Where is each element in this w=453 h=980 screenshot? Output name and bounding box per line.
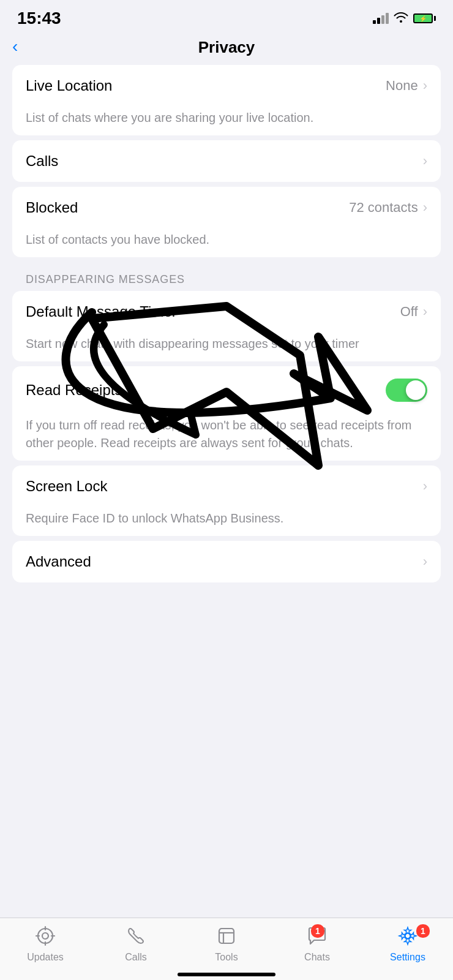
read-receipts-toggle[interactable] (386, 379, 427, 402)
advanced-section: Advanced › (12, 541, 441, 582)
live-location-value: None (386, 78, 418, 94)
default-timer-row[interactable]: Default Message Timer Off › (12, 291, 441, 333)
svg-rect-7 (219, 929, 234, 943)
wifi-icon (394, 12, 408, 26)
read-receipts-section: Read Receipts If you turn off read recei… (12, 366, 441, 461)
live-location-row[interactable]: Live Location None › (12, 65, 441, 107)
tab-tools-label: Tools (215, 952, 238, 963)
default-timer-section: Default Message Timer Off › Start new ch… (12, 291, 441, 361)
read-receipts-row[interactable]: Read Receipts (12, 366, 441, 414)
live-location-helper: List of chats where you are sharing your… (12, 107, 441, 135)
blocked-section: Blocked 72 contacts › List of contacts y… (12, 187, 441, 257)
settings-content: Live Location None › List of chats where… (0, 65, 453, 661)
back-button[interactable]: ‹ (12, 39, 18, 55)
default-timer-label: Default Message Timer (26, 303, 177, 320)
calls-chevron-icon: › (423, 153, 427, 169)
default-timer-value: Off (400, 304, 418, 320)
calls-section: Calls › (12, 140, 441, 182)
settings-icon (397, 925, 418, 949)
toggle-thumb (406, 380, 425, 400)
tab-settings-label: Settings (390, 952, 425, 963)
advanced-chevron-icon: › (423, 554, 427, 570)
svg-point-1 (38, 929, 53, 943)
blocked-helper: List of contacts you have blocked. (12, 228, 441, 257)
toggle-track (386, 379, 427, 402)
advanced-row[interactable]: Advanced › (12, 541, 441, 582)
live-location-chevron-icon: › (423, 78, 427, 94)
tab-chats[interactable]: Chats 1 (272, 925, 362, 963)
page-title: Privacy (198, 38, 255, 57)
read-receipts-label: Read Receipts (26, 382, 122, 399)
tab-bar: Updates Calls Tools Chats 1 (0, 918, 453, 980)
status-bar: 15:43 ⚡ (0, 0, 453, 33)
default-timer-helper: Start new chats with disappearing messag… (12, 333, 441, 361)
updates-icon (35, 925, 56, 949)
chats-badge: 1 (311, 924, 324, 938)
back-chevron-icon: ‹ (12, 38, 18, 55)
disappearing-messages-header: DISAPPEARING MESSAGES (12, 262, 441, 291)
screen-lock-label: Screen Lock (26, 478, 107, 495)
blocked-value-group: 72 contacts › (349, 200, 427, 216)
calls-label: Calls (26, 153, 58, 170)
tab-tools[interactable]: Tools (181, 925, 272, 963)
screen-lock-row[interactable]: Screen Lock › (12, 466, 441, 507)
default-timer-chevron-icon: › (423, 304, 427, 320)
tab-updates-label: Updates (27, 952, 64, 963)
tab-calls-label: Calls (125, 952, 147, 963)
default-timer-value-group: Off › (400, 304, 427, 320)
live-location-value-group: None › (386, 78, 427, 94)
signal-icon (373, 13, 389, 24)
blocked-count: 72 contacts (349, 200, 418, 216)
tab-chats-label: Chats (304, 952, 330, 963)
screen-lock-section: Screen Lock › Require Face ID to unlock … (12, 466, 441, 536)
status-time: 15:43 (17, 9, 61, 28)
advanced-value-group: › (423, 554, 427, 570)
live-location-section: Live Location None › List of chats where… (12, 65, 441, 135)
svg-point-2 (42, 933, 48, 939)
calls-row[interactable]: Calls › (12, 140, 441, 182)
blocked-label: Blocked (26, 199, 78, 216)
nav-bar: ‹ Privacy (0, 33, 453, 65)
blocked-chevron-icon: › (423, 200, 427, 216)
settings-badge: 1 (416, 924, 430, 938)
advanced-label: Advanced (26, 553, 91, 570)
tab-updates[interactable]: Updates (0, 925, 91, 963)
status-icons: ⚡ (373, 12, 436, 26)
screen-lock-helper: Require Face ID to unlock WhatsApp Busin… (12, 507, 441, 536)
calls-value-group: › (423, 153, 427, 169)
home-indicator (178, 973, 275, 976)
blocked-row[interactable]: Blocked 72 contacts › (12, 187, 441, 228)
calls-tab-icon (125, 925, 146, 949)
screen-lock-value-group: › (423, 478, 427, 494)
read-receipts-helper: If you turn off read receipts, you won't… (12, 414, 441, 461)
battery-icon: ⚡ (413, 13, 436, 23)
screen-lock-chevron-icon: › (423, 478, 427, 494)
live-location-label: Live Location (26, 77, 112, 94)
tab-settings[interactable]: Settings 1 (362, 925, 453, 963)
tab-calls[interactable]: Calls (91, 925, 181, 963)
tools-icon (216, 925, 237, 949)
